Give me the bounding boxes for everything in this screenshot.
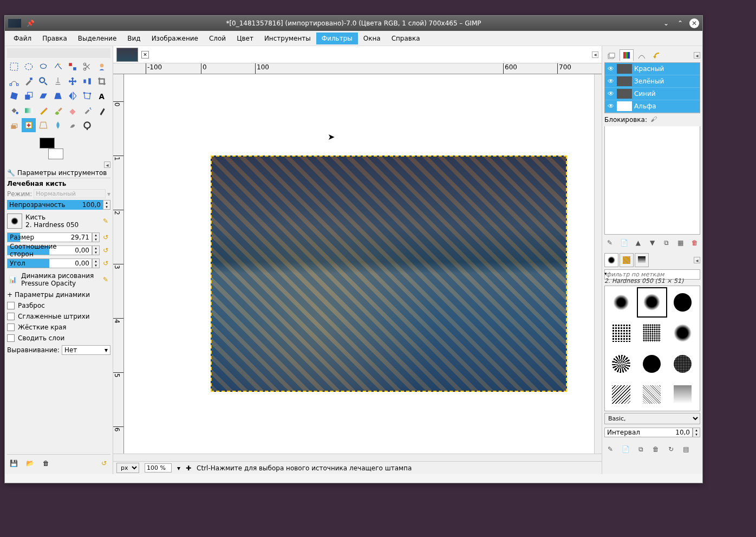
- menu-help[interactable]: Справка: [386, 33, 426, 44]
- brush-cell[interactable]: [668, 318, 698, 348]
- close-button[interactable]: ✕: [689, 18, 699, 28]
- tool-cage[interactable]: [80, 89, 94, 103]
- horizontal-scrollbar[interactable]: [113, 454, 602, 461]
- edit-brush-button[interactable]: ✎: [604, 443, 616, 455]
- dynamics-icon[interactable]: 📊: [7, 274, 18, 285]
- channel-alpha[interactable]: 👁Альфа: [605, 100, 700, 113]
- reset-button[interactable]: ↺: [97, 457, 110, 470]
- tool-lasso[interactable]: [36, 60, 50, 74]
- tool-align[interactable]: [80, 74, 94, 88]
- brush-cell[interactable]: [637, 287, 667, 318]
- new-brush-button[interactable]: 📄: [620, 443, 631, 455]
- angle-spinner[interactable]: ▴▾: [92, 258, 100, 268]
- units-select[interactable]: px: [116, 463, 139, 473]
- size-slider[interactable]: Размер29,71 ▴▾ ↺: [7, 232, 110, 243]
- brush-cell[interactable]: [637, 379, 667, 410]
- tool-shear[interactable]: [36, 89, 50, 103]
- tool-clone[interactable]: [7, 118, 21, 132]
- refresh-brush-button[interactable]: ↻: [665, 443, 677, 455]
- zoom-input[interactable]: [145, 463, 172, 473]
- tool-move[interactable]: [66, 74, 80, 88]
- tool-blur[interactable]: [51, 118, 65, 132]
- channel-blue[interactable]: 👁Синий: [605, 88, 700, 100]
- dropdown-arrow-icon[interactable]: ▾: [604, 271, 700, 276]
- lock-brush-icon[interactable]: 🖌: [650, 115, 659, 124]
- brush-cell[interactable]: [606, 379, 636, 410]
- tool-bucket[interactable]: [7, 103, 21, 118]
- brush-preview[interactable]: [7, 213, 22, 229]
- tool-ellipse-select[interactable]: [22, 60, 36, 74]
- menu-file[interactable]: Файл: [8, 33, 37, 44]
- tool-paths[interactable]: [7, 74, 21, 88]
- tool-flip[interactable]: [66, 89, 80, 103]
- tool-scale[interactable]: [22, 89, 36, 103]
- eye-icon[interactable]: 👁: [607, 102, 615, 110]
- ruler-vertical[interactable]: 0 1 2 3 4 5 6: [113, 74, 124, 454]
- tool-foreground-select[interactable]: [95, 60, 109, 74]
- menu-select[interactable]: Выделение: [73, 33, 122, 44]
- dynamics-expander[interactable]: +Параметры динамики: [7, 289, 110, 300]
- tool-fuzzy-select[interactable]: [51, 60, 65, 74]
- delete-channel-button[interactable]: 🗑: [689, 237, 700, 249]
- tool-measure[interactable]: [51, 74, 65, 88]
- tool-zoom[interactable]: [36, 74, 50, 88]
- gradients-tab[interactable]: [635, 253, 649, 267]
- brush-cell[interactable]: [637, 318, 667, 348]
- channel-green[interactable]: 👁Зелёный: [605, 75, 700, 88]
- aspect-reset-icon[interactable]: ↺: [101, 245, 110, 255]
- minimize-button[interactable]: ⌄: [661, 18, 671, 28]
- delete-brush-button[interactable]: 🗑: [650, 443, 662, 455]
- cb-hard[interactable]: Жёсткие края: [7, 322, 110, 333]
- open-as-image-button[interactable]: ▤: [680, 443, 692, 455]
- save-preset-button[interactable]: 💾: [7, 457, 20, 470]
- menu-colors[interactable]: Цвет: [231, 33, 259, 44]
- menu-edit[interactable]: Правка: [37, 33, 73, 44]
- brush-cell[interactable]: [606, 349, 636, 379]
- cb-smooth[interactable]: Сглаженные штрихи: [7, 311, 110, 322]
- tool-heal[interactable]: [22, 118, 36, 132]
- paths-tab[interactable]: [635, 49, 649, 61]
- brush-preset-select[interactable]: Basic,: [604, 413, 700, 424]
- raise-channel-button[interactable]: ▲: [633, 237, 643, 249]
- menu-tools[interactable]: Инструменты: [259, 33, 316, 44]
- lower-channel-button[interactable]: ▼: [647, 237, 657, 249]
- interval-slider[interactable]: Интервал10,0 ▴▾: [604, 427, 700, 438]
- fg-bg-colors[interactable]: [40, 138, 63, 159]
- maximize-button[interactable]: ⌃: [675, 18, 685, 28]
- tool-perspective[interactable]: [51, 89, 65, 103]
- brush-cell[interactable]: [698, 379, 700, 410]
- brush-cell[interactable]: [668, 379, 698, 410]
- tool-color-select[interactable]: [66, 60, 80, 74]
- tool-blend[interactable]: [22, 103, 36, 118]
- tool-ink[interactable]: [95, 103, 109, 118]
- brush-cell[interactable]: [668, 287, 698, 318]
- collapse-arrow-icon[interactable]: ◂: [592, 51, 598, 58]
- brush-cell[interactable]: [637, 349, 667, 379]
- brush-cell[interactable]: [698, 349, 700, 379]
- restore-preset-button[interactable]: 📂: [23, 457, 36, 470]
- aspect-slider[interactable]: Соотношение сторон0,00 ▴▾ ↺: [7, 245, 110, 256]
- mode-select[interactable]: Нормальный: [34, 189, 106, 198]
- menu-image[interactable]: Изображение: [146, 33, 204, 44]
- duplicate-channel-button[interactable]: ⧉: [661, 237, 672, 249]
- canvas-image[interactable]: [211, 156, 567, 392]
- duplicate-brush-button[interactable]: ⧉: [635, 443, 647, 455]
- tool-paintbrush[interactable]: [51, 103, 65, 118]
- vertical-scrollbar[interactable]: [594, 74, 602, 454]
- size-reset-icon[interactable]: ↺: [101, 232, 110, 242]
- patterns-tab[interactable]: [620, 253, 634, 267]
- tool-text[interactable]: A: [95, 89, 109, 103]
- brush-cell[interactable]: [698, 318, 700, 348]
- dynamics-edit-icon[interactable]: ✎: [101, 275, 110, 284]
- bg-color[interactable]: [48, 148, 63, 159]
- cb-merge[interactable]: Сводить слои: [7, 333, 110, 344]
- fg-color[interactable]: [40, 138, 55, 148]
- opacity-spinner[interactable]: ▴▾: [103, 200, 110, 210]
- eye-icon[interactable]: 👁: [607, 90, 615, 98]
- brush-cell[interactable]: [606, 318, 636, 348]
- mode-dropdown-icon[interactable]: ▾: [107, 190, 110, 198]
- collapse-arrow-icon[interactable]: ◂: [694, 52, 700, 59]
- align-select[interactable]: Нет ▾: [62, 345, 110, 355]
- angle-slider[interactable]: Угол0,00 ▴▾ ↺: [7, 258, 110, 269]
- tool-options-tab[interactable]: 🔧 Параметры инструментов: [7, 168, 110, 178]
